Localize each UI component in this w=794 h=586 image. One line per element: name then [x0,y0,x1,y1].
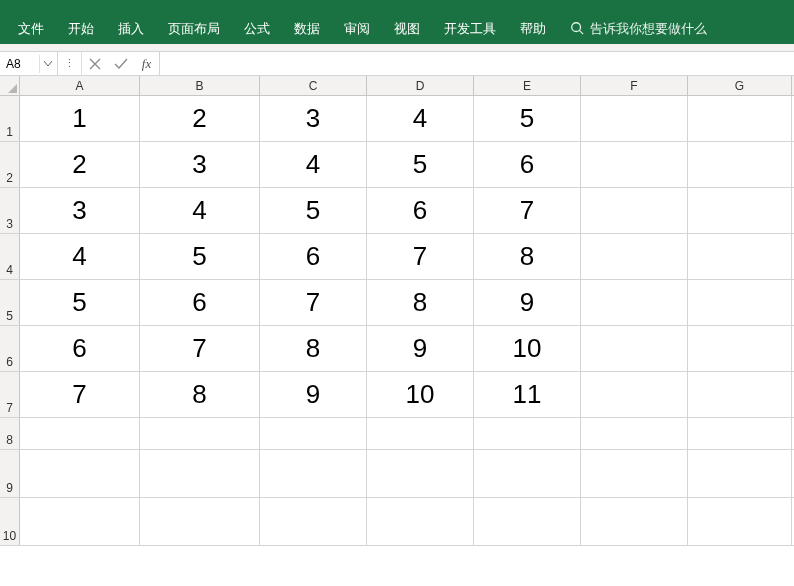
cell-c2[interactable]: 4 [260,142,367,187]
cell-g7[interactable] [688,372,792,417]
row-header-3[interactable]: 3 [0,188,20,233]
cell-b2[interactable]: 3 [140,142,260,187]
cell-a7[interactable]: 7 [20,372,140,417]
cell-b1[interactable]: 2 [140,96,260,141]
cell-c3[interactable]: 5 [260,188,367,233]
cell-d1[interactable]: 4 [367,96,474,141]
cell-a1[interactable]: 1 [20,96,140,141]
cell-d2[interactable]: 5 [367,142,474,187]
cell-d7[interactable]: 10 [367,372,474,417]
tab-formulas[interactable]: 公式 [232,14,282,44]
cell-e5[interactable]: 9 [474,280,581,325]
cell-c10[interactable] [260,498,367,545]
cell-e4[interactable]: 8 [474,234,581,279]
cell-c7[interactable]: 9 [260,372,367,417]
formula-input[interactable] [160,52,794,75]
cell-g10[interactable] [688,498,792,545]
cell-g6[interactable] [688,326,792,371]
cell-d10[interactable] [367,498,474,545]
cell-d5[interactable]: 8 [367,280,474,325]
cell-d9[interactable] [367,450,474,497]
cell-e9[interactable] [474,450,581,497]
select-all-corner[interactable] [0,76,20,95]
cell-a4[interactable]: 4 [20,234,140,279]
cell-g3[interactable] [688,188,792,233]
tab-file[interactable]: 文件 [6,14,56,44]
cell-g2[interactable] [688,142,792,187]
cell-e3[interactable]: 7 [474,188,581,233]
cell-e2[interactable]: 6 [474,142,581,187]
column-header-b[interactable]: B [140,76,260,95]
cell-b9[interactable] [140,450,260,497]
cell-d8[interactable] [367,418,474,449]
cell-f4[interactable] [581,234,688,279]
tab-review[interactable]: 审阅 [332,14,382,44]
cell-a2[interactable]: 2 [20,142,140,187]
cell-c6[interactable]: 8 [260,326,367,371]
cell-c5[interactable]: 7 [260,280,367,325]
enter-button[interactable] [108,52,134,75]
column-header-c[interactable]: C [260,76,367,95]
chevron-down-icon[interactable] [39,55,55,73]
cell-g5[interactable] [688,280,792,325]
cell-f7[interactable] [581,372,688,417]
cell-b8[interactable] [140,418,260,449]
row-header-7[interactable]: 7 [0,372,20,417]
insert-function-button[interactable]: fx [134,52,160,75]
row-header-1[interactable]: 1 [0,96,20,141]
tab-data[interactable]: 数据 [282,14,332,44]
tell-me-search[interactable]: 告诉我你想要做什么 [558,20,707,38]
cell-a10[interactable] [20,498,140,545]
cell-b10[interactable] [140,498,260,545]
cell-f10[interactable] [581,498,688,545]
cell-f8[interactable] [581,418,688,449]
column-header-a[interactable]: A [20,76,140,95]
column-header-e[interactable]: E [474,76,581,95]
name-box[interactable]: A8 [0,52,58,75]
cell-g8[interactable] [688,418,792,449]
cell-c9[interactable] [260,450,367,497]
cell-e7[interactable]: 11 [474,372,581,417]
tab-view[interactable]: 视图 [382,14,432,44]
cell-a6[interactable]: 6 [20,326,140,371]
row-header-10[interactable]: 10 [0,498,20,545]
cell-f9[interactable] [581,450,688,497]
cell-d6[interactable]: 9 [367,326,474,371]
cell-b7[interactable]: 8 [140,372,260,417]
column-header-g[interactable]: G [688,76,792,95]
cancel-button[interactable] [82,52,108,75]
cell-b6[interactable]: 7 [140,326,260,371]
cell-a8[interactable] [20,418,140,449]
cell-b4[interactable]: 5 [140,234,260,279]
cell-f3[interactable] [581,188,688,233]
cell-a9[interactable] [20,450,140,497]
cell-g4[interactable] [688,234,792,279]
cell-e6[interactable]: 10 [474,326,581,371]
row-header-8[interactable]: 8 [0,418,20,449]
tab-insert[interactable]: 插入 [106,14,156,44]
row-header-2[interactable]: 2 [0,142,20,187]
cell-c8[interactable] [260,418,367,449]
tab-help[interactable]: 帮助 [508,14,558,44]
cell-f1[interactable] [581,96,688,141]
tab-home[interactable]: 开始 [56,14,106,44]
cell-f2[interactable] [581,142,688,187]
column-header-f[interactable]: F [581,76,688,95]
row-header-4[interactable]: 4 [0,234,20,279]
column-header-d[interactable]: D [367,76,474,95]
cell-e10[interactable] [474,498,581,545]
cell-b5[interactable]: 6 [140,280,260,325]
cell-f5[interactable] [581,280,688,325]
cell-a5[interactable]: 5 [20,280,140,325]
cell-e1[interactable]: 5 [474,96,581,141]
cell-b3[interactable]: 4 [140,188,260,233]
row-header-5[interactable]: 5 [0,280,20,325]
cell-c1[interactable]: 3 [260,96,367,141]
cell-d3[interactable]: 6 [367,188,474,233]
cell-g1[interactable] [688,96,792,141]
cell-f6[interactable] [581,326,688,371]
row-header-6[interactable]: 6 [0,326,20,371]
cell-g9[interactable] [688,450,792,497]
tab-developer[interactable]: 开发工具 [432,14,508,44]
cell-e8[interactable] [474,418,581,449]
